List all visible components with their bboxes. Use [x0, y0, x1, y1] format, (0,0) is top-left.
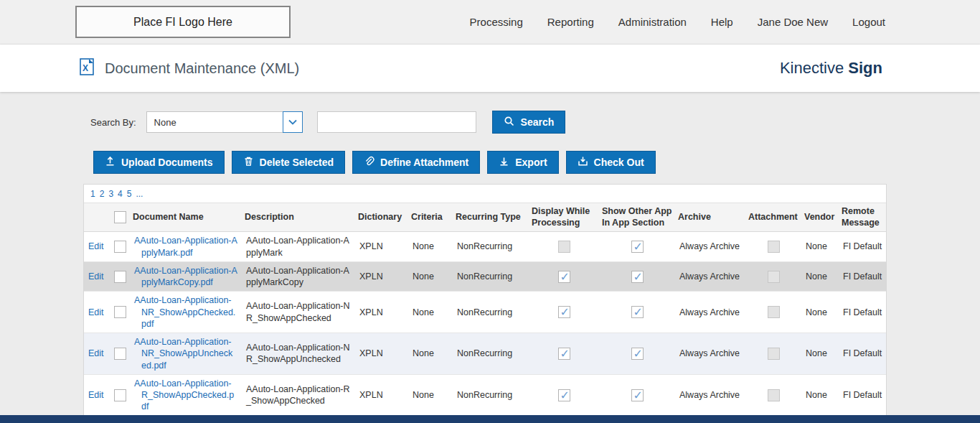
nav-item-user[interactable]: Jane Doe New	[758, 16, 828, 28]
search-input[interactable]	[317, 111, 476, 133]
vendor-cell: None	[806, 241, 827, 251]
page-link-2[interactable]: 2	[100, 189, 105, 199]
document-name-link[interactable]: AAuto-Loan-Application-NR_ShowAppChecked…	[134, 294, 237, 330]
upload-documents-button[interactable]: Upload Documents	[93, 151, 225, 174]
delete-selected-button[interactable]: Delete Selected	[232, 151, 346, 174]
criteria-cell: None	[413, 348, 434, 358]
description-cell: AAuto-Loan-Application-ApplyMarkCopy	[246, 266, 349, 287]
page-link-3[interactable]: 3	[108, 189, 113, 199]
criteria-cell: None	[413, 390, 434, 400]
attachment-checkbox[interactable]	[768, 241, 780, 253]
row-checkbox[interactable]	[114, 306, 126, 318]
page-link-1[interactable]: 1	[90, 189, 95, 199]
chevron-down-icon[interactable]	[283, 111, 303, 133]
display-while-processing-checkbox[interactable]	[558, 306, 570, 318]
description-cell: AAuto-Loan-Application-NR_ShowAppChecked	[246, 301, 350, 322]
download-icon	[499, 156, 509, 169]
define-attachment-button[interactable]: Define Attachment	[352, 151, 480, 174]
remote-message-cell: FI Default	[843, 390, 882, 400]
page-link-5[interactable]: 5	[127, 189, 132, 199]
checkout-icon	[578, 156, 588, 169]
page-link-4[interactable]: 4	[118, 189, 123, 199]
document-name-link[interactable]: AAuto-Loan-Application-R_ShowAppChecked.…	[134, 378, 237, 413]
row-checkbox[interactable]	[114, 389, 126, 401]
header-select	[110, 203, 130, 232]
archive-cell: Always Archive	[679, 307, 740, 317]
edit-link[interactable]: Edit	[88, 307, 104, 317]
nav-item-reporting[interactable]: Reporting	[547, 16, 594, 28]
description-cell: AAuto-Loan-Application-ApplyMark	[246, 236, 349, 257]
show-other-app-checkbox[interactable]	[631, 348, 644, 360]
top-bar: Place FI Logo Here Processing Reporting …	[0, 0, 980, 45]
remote-message-cell: FI Default	[843, 307, 882, 317]
document-name-link[interactable]: AAuto-Loan-Application-ApplyMarkCopy.pdf	[134, 265, 237, 289]
description-cell: AAuto-Loan-Application-NR_ShowAppUncheck…	[246, 343, 350, 364]
select-all-checkbox[interactable]	[114, 211, 126, 223]
page: Place FI Logo Here Processing Reporting …	[0, 0, 980, 423]
attachment-checkbox[interactable]	[768, 389, 780, 401]
nav-item-processing[interactable]: Processing	[470, 16, 523, 28]
nav-item-help[interactable]: Help	[711, 16, 733, 28]
page-link-ellipsis[interactable]: ...	[136, 189, 143, 199]
header-edit	[84, 203, 110, 232]
attachment-checkbox[interactable]	[768, 306, 780, 318]
attachment-checkbox[interactable]	[768, 271, 780, 283]
brand-logo: Kinective Sign	[780, 59, 882, 78]
recurring-type-cell: NonRecurring	[457, 271, 512, 282]
header-vendor: Vendor	[801, 203, 839, 232]
search-row: Search By: None Search	[90, 111, 980, 134]
search-by-dropdown[interactable]: None	[146, 111, 303, 133]
trash-icon	[243, 156, 254, 169]
search-button[interactable]: Search	[492, 111, 566, 134]
nav-item-logout[interactable]: Logout	[852, 16, 885, 28]
footer-bar	[0, 415, 980, 423]
header-description: Description	[242, 203, 355, 232]
document-name-link[interactable]: AAuto-Loan-Application-NR_ShowAppUncheck…	[134, 336, 237, 371]
criteria-cell: None	[413, 307, 434, 317]
display-while-processing-checkbox[interactable]	[558, 241, 570, 253]
archive-cell: Always Archive	[679, 271, 740, 282]
dictionary-cell: XPLN	[359, 348, 383, 358]
dictionary-cell: XPLN	[359, 390, 383, 400]
check-out-button[interactable]: Check Out	[566, 151, 656, 174]
svg-text:X: X	[83, 63, 88, 73]
table-row: Edit AAuto-Loan-Application-ApplyMark.pd…	[84, 232, 887, 262]
header-recurring-type: Recurring Type	[453, 203, 529, 232]
upload-icon	[105, 156, 116, 169]
recurring-type-cell: NonRecurring	[457, 348, 512, 358]
edit-link[interactable]: Edit	[88, 271, 104, 282]
vendor-cell: None	[806, 271, 827, 282]
paperclip-icon	[364, 156, 374, 169]
search-by-dropdown-value: None	[154, 117, 176, 128]
header-archive: Archive	[675, 203, 745, 232]
show-other-app-checkbox[interactable]	[631, 241, 644, 253]
row-checkbox[interactable]	[114, 241, 126, 253]
display-while-processing-checkbox[interactable]	[558, 348, 570, 360]
document-name-link[interactable]: AAuto-Loan-Application-ApplyMark.pdf	[134, 235, 237, 259]
show-other-app-checkbox[interactable]	[631, 389, 644, 401]
description-cell: AAuto-Loan-Application-R_ShowAppChecked	[246, 384, 350, 406]
show-other-app-checkbox[interactable]	[631, 306, 644, 318]
display-while-processing-checkbox[interactable]	[558, 271, 570, 283]
archive-cell: Always Archive	[679, 390, 740, 400]
row-checkbox[interactable]	[114, 348, 126, 360]
search-by-label: Search By:	[90, 117, 136, 128]
recurring-type-cell: NonRecurring	[457, 307, 512, 317]
brand-name: Kinective	[780, 59, 844, 77]
attachment-checkbox[interactable]	[768, 348, 780, 360]
edit-link[interactable]: Edit	[88, 241, 104, 251]
row-checkbox[interactable]	[114, 271, 126, 283]
document-xml-icon: X	[77, 57, 96, 79]
criteria-cell: None	[413, 271, 434, 282]
top-nav: Processing Reporting Administration Help…	[470, 16, 980, 28]
recurring-type-cell: NonRecurring	[457, 241, 512, 251]
documents-table: Document Name Description Dictionary Cri…	[84, 203, 887, 415]
brand-bold: Sign	[848, 59, 882, 77]
table-body: Edit AAuto-Loan-Application-ApplyMark.pd…	[84, 232, 887, 415]
export-button[interactable]: Export	[487, 151, 558, 174]
show-other-app-checkbox[interactable]	[631, 271, 644, 283]
edit-link[interactable]: Edit	[88, 390, 104, 400]
nav-item-administration[interactable]: Administration	[618, 16, 687, 28]
edit-link[interactable]: Edit	[88, 348, 104, 358]
display-while-processing-checkbox[interactable]	[558, 389, 570, 401]
